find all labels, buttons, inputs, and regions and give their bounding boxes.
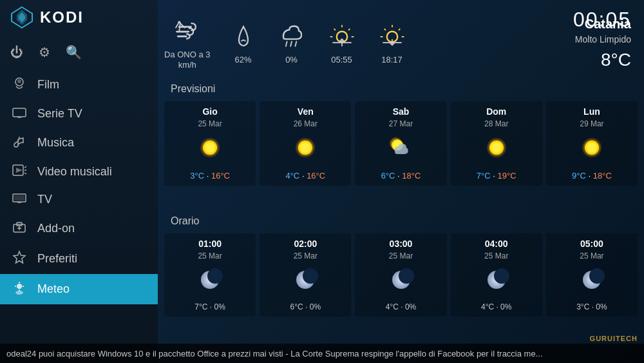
search-icon[interactable]: 🔍: [66, 44, 82, 60]
fc-date-3: 28 Mar: [484, 119, 508, 128]
sunrise-label: 05:55: [331, 55, 352, 65]
fc-img-2: [384, 133, 418, 166]
humidity-item: 62%: [230, 23, 257, 65]
current-temperature: 8°C: [535, 50, 631, 70]
svg-point-31: [178, 21, 180, 23]
fc-high-0: 16°C: [211, 171, 230, 181]
fc-day-0: Gio: [202, 106, 217, 117]
fc-img-4: [576, 133, 607, 166]
fc-high-4: 18°C: [593, 171, 612, 181]
svg-line-32: [285, 41, 287, 46]
fc-temps-0: 3°C · 16°C: [190, 171, 230, 181]
forecast-cards: Gio 25 Mar 3: [164, 101, 638, 186]
fc-temps-4: 9°C · 18°C: [572, 171, 612, 181]
svg-point-20: [17, 284, 22, 289]
hourly-card-4: 05:00 25 Mar 3°C · 0%: [546, 233, 638, 317]
app-title: KODI: [40, 8, 84, 26]
sidebar-item-tv[interactable]: TV: [0, 186, 158, 213]
fc-high-3: 19°C: [498, 171, 516, 181]
hc-img-0: [196, 266, 224, 297]
film-icon: [10, 76, 28, 93]
nav-menu: Film Serie TV Musica Video musicali: [0, 70, 158, 363]
fc-low-3: 7°C: [477, 171, 491, 181]
sunrise-item: 05:55: [327, 23, 357, 65]
svg-point-67: [207, 268, 223, 284]
svg-line-45: [399, 28, 400, 30]
sidebar-label-preferiti: Preferiti: [37, 252, 77, 266]
watermark: GURUITECH: [590, 335, 638, 342]
hourly-card-0: 01:00 25 Mar 7°C · 0%: [164, 233, 256, 317]
fc-day-4: Lun: [583, 106, 600, 117]
hc-info-3: 4°C · 0%: [481, 302, 511, 311]
hc-date-3: 25 Mar: [484, 251, 508, 260]
hourly-cards: 01:00 25 Mar 7°C · 0%: [164, 233, 638, 317]
svg-point-73: [494, 268, 509, 284]
wind-icon: [172, 17, 203, 46]
ticker-text: odeal24 puoi acquistare Windows 10 e il …: [0, 349, 543, 358]
sidebar-item-add-on[interactable]: Add-on: [0, 213, 158, 244]
svg-rect-5: [13, 108, 26, 117]
hourly-card-1: 02:00 25 Mar 6°C · 0%: [260, 233, 351, 317]
hc-time-4: 05:00: [580, 239, 603, 249]
wind-item: Da ONO a 3 km/h: [164, 17, 211, 70]
sidebar-label-video-musicali: Video musicali: [37, 165, 112, 179]
fc-img-3: [481, 133, 512, 166]
hc-info-2: 4°C · 0%: [386, 302, 416, 311]
city-name: Catania: [535, 17, 631, 32]
sunset-item: 18:17: [377, 23, 408, 65]
rain-label: 0%: [285, 55, 298, 65]
hc-time-1: 02:00: [294, 239, 317, 249]
preferiti-icon: [10, 250, 28, 268]
hc-info-1: 6°C · 0%: [290, 302, 321, 311]
svg-point-56: [300, 142, 310, 153]
sidebar-item-video-musicali[interactable]: Video musicali: [0, 158, 158, 186]
rain-icon: [276, 23, 307, 51]
svg-point-65: [587, 142, 597, 153]
fc-date-0: 25 Mar: [198, 119, 222, 128]
svg-point-53: [205, 142, 215, 153]
sidebar-item-musica[interactable]: Musica: [0, 128, 158, 158]
hc-date-1: 25 Mar: [294, 251, 317, 260]
hourly-card-3: 04:00 25 Mar 4°C · 0%: [451, 233, 542, 317]
sidebar-label-add-on: Add-on: [37, 222, 75, 235]
power-icon[interactable]: ⏻: [10, 45, 23, 60]
fc-day-3: Dom: [486, 106, 506, 117]
fc-date-4: 29 Mar: [580, 119, 603, 128]
sidebar-label-musica: Musica: [37, 136, 74, 150]
fc-temps-1: 4°C · 16°C: [285, 171, 325, 181]
fc-temps-2: 6°C · 18°C: [381, 171, 421, 181]
kodi-logo-icon: [10, 6, 33, 29]
forecast-card-4: Lun 29 Mar 9°C: [546, 101, 638, 186]
fc-low-0: 3°C: [190, 171, 204, 181]
fc-img-0: [194, 133, 225, 166]
forecast-card-3: Dom 28 Mar 7°C: [451, 101, 542, 186]
sidebar-label-serie-tv: Serie TV: [37, 107, 82, 121]
musica-icon: [10, 134, 28, 152]
hc-img-4: [578, 266, 606, 297]
fc-day-1: Ven: [298, 106, 314, 117]
sidebar-item-preferiti[interactable]: Preferiti: [0, 244, 158, 274]
hc-img-2: [387, 266, 415, 297]
svg-marker-19: [14, 251, 25, 263]
svg-point-69: [303, 268, 318, 284]
hourly-title: Orario: [164, 213, 638, 230]
hc-date-2: 25 Mar: [389, 251, 413, 260]
forecast-card-2: Sab 27 Mar: [355, 101, 446, 186]
svg-line-11: [24, 173, 26, 174]
sidebar-label-film: Film: [37, 78, 59, 92]
hc-info-4: 3°C · 0%: [576, 302, 607, 311]
sidebar-item-film[interactable]: Film: [0, 70, 158, 100]
current-weather-panel: Da ONO a 3 km/h 62% 0%: [164, 6, 638, 81]
forecast-section: Previsioni Gio 25 Mar: [164, 81, 638, 186]
svg-point-4: [17, 79, 21, 83]
forecast-card-1: Ven 26 Mar 4°C: [260, 101, 351, 186]
sidebar-item-serie-tv[interactable]: Serie TV: [0, 100, 158, 128]
hc-time-2: 03:00: [390, 239, 413, 249]
sidebar-item-meteo[interactable]: Meteo: [0, 274, 158, 304]
svg-line-48: [384, 28, 385, 30]
fc-low-2: 6°C: [381, 171, 395, 181]
settings-icon[interactable]: ⚙: [39, 44, 50, 60]
svg-line-33: [290, 41, 292, 46]
sidebar-label-meteo: Meteo: [37, 282, 70, 296]
kodi-header: KODI: [0, 0, 158, 35]
